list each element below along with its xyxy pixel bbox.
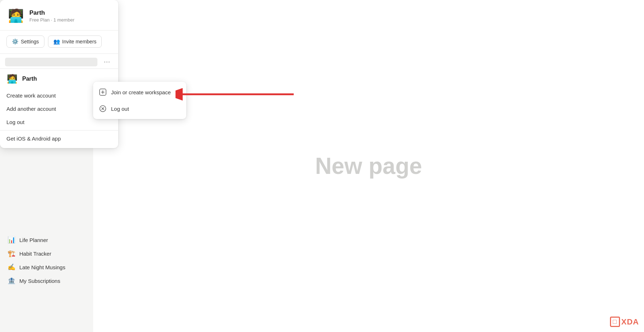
nav-item-label: Life Planner (19, 237, 48, 243)
join-create-workspace-label: Join or create workspace (111, 89, 171, 95)
log-out-context-label: Log out (111, 106, 129, 112)
nav-item-label: My Subscriptions (19, 278, 60, 284)
habit-tracker-icon: 🏗️ (7, 250, 16, 257)
workspace-text: Parth Free Plan · 1 member (29, 9, 75, 23)
arrow-annotation (176, 85, 297, 105)
workspace-avatar: 🧑‍💻 (7, 7, 24, 24)
workspace-plan: Free Plan · 1 member (29, 17, 75, 23)
nav-item-habit-tracker[interactable]: 🏗️ Habit Tracker (2, 247, 91, 260)
nav-item-label: Habit Tracker (19, 251, 51, 257)
xda-text: XDA (621, 317, 639, 327)
invite-members-button[interactable]: 👥 Invite members (48, 35, 102, 48)
ellipsis-row: ··· (0, 54, 118, 69)
life-planner-icon: 📊 (7, 236, 16, 244)
nav-item-late-night-musings[interactable]: ✍️ Late Night Musings (2, 260, 91, 274)
more-options-button[interactable]: ··· (101, 57, 113, 67)
workspace-name: Parth (29, 9, 75, 16)
subscriptions-icon: 🏦 (7, 277, 16, 285)
workspace-dropdown: 🧑‍💻 Parth Free Plan · 1 member ⚙️ Settin… (0, 0, 118, 148)
x-circle-icon (99, 105, 107, 113)
new-page-placeholder: New page (315, 153, 422, 179)
account-name: Parth (22, 76, 37, 82)
gear-icon: ⚙️ (12, 38, 19, 45)
account-avatar: 🧑‍💻 (6, 73, 18, 85)
nav-item-label: Late Night Musings (19, 264, 65, 270)
search-bar[interactable] (5, 58, 97, 66)
nav-item-my-subscriptions[interactable]: 🏦 My Subscriptions (2, 274, 91, 288)
nav-item-life-planner[interactable]: 📊 Life Planner (2, 233, 91, 247)
settings-button[interactable]: ⚙️ Settings (6, 35, 44, 48)
context-menu: Join or create workspace Log out (93, 82, 186, 119)
sidebar-nav: 📊 Life Planner 🏗️ Habit Tracker ✍️ Late … (0, 230, 93, 332)
workspace-info: 🧑‍💻 Parth Free Plan · 1 member (0, 0, 118, 30)
workspace-actions: ⚙️ Settings 👥 Invite members (0, 30, 118, 54)
sidebar: 🧑‍💻 Parth ⌄ 🧑‍💻 Parth Free Plan · 1 memb… (0, 0, 93, 332)
xda-box-icon: □ (610, 317, 620, 327)
get-app-item[interactable]: Get iOS & Android app (0, 132, 118, 145)
log-out-context-item[interactable]: Log out (93, 100, 186, 117)
menu-divider (0, 130, 118, 131)
plus-circle-icon (99, 88, 107, 96)
xda-watermark: □ XDA (610, 317, 639, 327)
invite-icon: 👥 (53, 38, 60, 45)
late-night-icon: ✍️ (7, 263, 16, 271)
join-create-workspace-item[interactable]: Join or create workspace (93, 84, 186, 100)
main-content: New page Join or create workspace Lo (93, 0, 644, 332)
